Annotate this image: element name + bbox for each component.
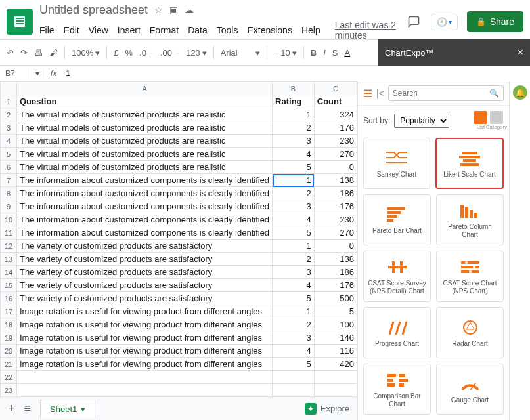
cell[interactable]: 176 <box>314 121 357 135</box>
row-header[interactable]: 8 <box>1 187 17 200</box>
cell[interactable]: The information about customized compone… <box>17 200 273 213</box>
chart-card[interactable]: Likert Scale Chart <box>435 138 504 189</box>
view-category[interactable]: Category <box>489 111 504 130</box>
cell[interactable]: 324 <box>314 108 357 121</box>
cell[interactable]: Rating <box>273 95 315 108</box>
row-header[interactable]: 16 <box>1 292 17 305</box>
cell[interactable]: Image rotation is useful for viewing pro… <box>17 345 273 358</box>
cloud-icon[interactable]: ☁ <box>185 5 194 15</box>
row-header[interactable]: 10 <box>1 213 17 226</box>
cell[interactable]: 176 <box>314 200 357 213</box>
move-icon[interactable]: ▣ <box>169 5 178 15</box>
star-icon[interactable]: ☆ <box>154 5 163 15</box>
cell[interactable]: 270 <box>314 148 357 161</box>
menu-tools[interactable]: Tools <box>217 25 238 35</box>
cell[interactable]: Question <box>17 95 273 108</box>
undo-icon[interactable]: ↶ <box>7 48 14 58</box>
cell[interactable]: 5 <box>273 358 315 371</box>
cell[interactable]: 3 <box>273 135 315 148</box>
cell[interactable]: 3 <box>273 331 315 345</box>
menu-insert[interactable]: Insert <box>118 25 141 35</box>
cell[interactable]: 420 <box>314 358 357 371</box>
comment-icon[interactable] <box>406 14 422 30</box>
paint-format-icon[interactable]: 🖌 <box>49 48 58 58</box>
cell[interactable]: The information about customized compone… <box>17 213 273 226</box>
menu-view[interactable]: View <box>89 25 108 35</box>
zoom-select[interactable]: 100% ▾ <box>72 48 100 58</box>
sort-select[interactable]: Popularity <box>394 114 449 128</box>
cell[interactable]: The virtual models of customized product… <box>17 161 273 174</box>
cell[interactable] <box>273 371 315 384</box>
number-format[interactable]: 123 ▾ <box>186 48 207 58</box>
explore-button[interactable]: ✦ Explore <box>305 403 349 415</box>
cell[interactable]: 5 <box>273 161 315 174</box>
cell[interactable]: 3 <box>273 266 315 279</box>
cell[interactable]: 1 <box>273 108 315 121</box>
row-header[interactable]: 9 <box>1 200 17 213</box>
cell[interactable]: 186 <box>314 266 357 279</box>
redo-icon[interactable]: ↷ <box>20 48 28 58</box>
row-header[interactable]: 7 <box>1 174 17 187</box>
cell[interactable] <box>273 384 315 397</box>
close-icon[interactable]: × <box>518 47 523 58</box>
cell[interactable]: 4 <box>273 148 315 161</box>
cell[interactable]: 4 <box>273 279 315 292</box>
chart-card[interactable]: Comparison Bar Chart <box>363 364 431 415</box>
text-color-icon[interactable]: A <box>344 48 350 58</box>
cell-reference[interactable]: B7 <box>0 69 30 78</box>
bold-icon[interactable]: B <box>311 48 317 58</box>
row-header[interactable]: 14 <box>1 266 17 279</box>
row-header[interactable]: 23 <box>1 384 17 397</box>
cell[interactable]: Image rotation is useful for viewing pro… <box>17 318 273 331</box>
version-history-icon[interactable]: 🕘▾ <box>431 14 458 30</box>
sidebar-menu-icon[interactable]: ☰ <box>363 87 372 100</box>
col-header-a[interactable]: A <box>17 82 273 95</box>
row-header[interactable]: 19 <box>1 331 17 345</box>
doc-title[interactable]: Untitled spreadsheet <box>39 3 148 17</box>
cell[interactable]: 230 <box>314 135 357 148</box>
row-header[interactable]: 13 <box>1 253 17 266</box>
cell[interactable]: Image rotation is useful for viewing pro… <box>17 305 273 318</box>
row-header[interactable]: 2 <box>1 108 17 121</box>
chart-list[interactable]: Sankey ChartLikert Scale ChartPareto Bar… <box>358 135 509 420</box>
all-sheets-icon[interactable]: ≡ <box>24 402 32 415</box>
cell[interactable]: 2 <box>273 121 315 135</box>
cell[interactable]: 5 <box>273 292 315 305</box>
cell[interactable]: 3 <box>273 200 315 213</box>
row-header[interactable]: 12 <box>1 240 17 253</box>
row-header[interactable]: 6 <box>1 161 17 174</box>
select-all-cell[interactable] <box>1 82 17 95</box>
cell[interactable]: 5 <box>314 305 357 318</box>
add-sheet-icon[interactable]: + <box>8 402 15 415</box>
decrease-decimal[interactable]: .0← <box>139 48 154 58</box>
cell[interactable]: Count <box>314 95 357 108</box>
row-header[interactable]: 21 <box>1 358 17 371</box>
row-header[interactable]: 22 <box>1 371 17 384</box>
menu-extensions[interactable]: Extensions <box>247 25 292 35</box>
cell[interactable]: 4 <box>273 345 315 358</box>
cell[interactable]: The information about customized compone… <box>17 174 273 187</box>
menu-help[interactable]: Help <box>301 25 320 35</box>
cell[interactable]: The variety of customized products are s… <box>17 240 273 253</box>
cell[interactable]: 116 <box>314 345 357 358</box>
font-select[interactable]: Arial▾ <box>221 48 260 58</box>
percent-format[interactable]: % <box>125 48 133 58</box>
font-size-select[interactable]: − 10 ▾ <box>274 48 297 58</box>
sheet-tab-active[interactable]: Sheet1 ▾ <box>40 400 95 418</box>
menu-edit[interactable]: Edit <box>64 25 79 35</box>
grid-viewport[interactable]: A B C 1QuestionRatingCount2The virtual m… <box>0 81 357 396</box>
cell[interactable] <box>17 384 273 397</box>
chart-card[interactable]: Progress Chart <box>363 307 431 358</box>
cell[interactable]: The information about customized compone… <box>17 226 273 240</box>
chart-card[interactable]: Radar Chart <box>436 307 504 358</box>
strike-icon[interactable]: S <box>332 48 338 58</box>
cell[interactable]: 138 <box>314 253 357 266</box>
cell[interactable]: The information about customized compone… <box>17 187 273 200</box>
cell[interactable]: 4 <box>273 213 315 226</box>
cell[interactable]: 1 <box>273 174 315 187</box>
cell[interactable]: 1 <box>273 305 315 318</box>
cell[interactable]: The variety of customized products are s… <box>17 266 273 279</box>
col-header-b[interactable]: B <box>273 82 315 95</box>
cell[interactable]: 138 <box>314 174 357 187</box>
row-header[interactable]: 11 <box>1 226 17 240</box>
